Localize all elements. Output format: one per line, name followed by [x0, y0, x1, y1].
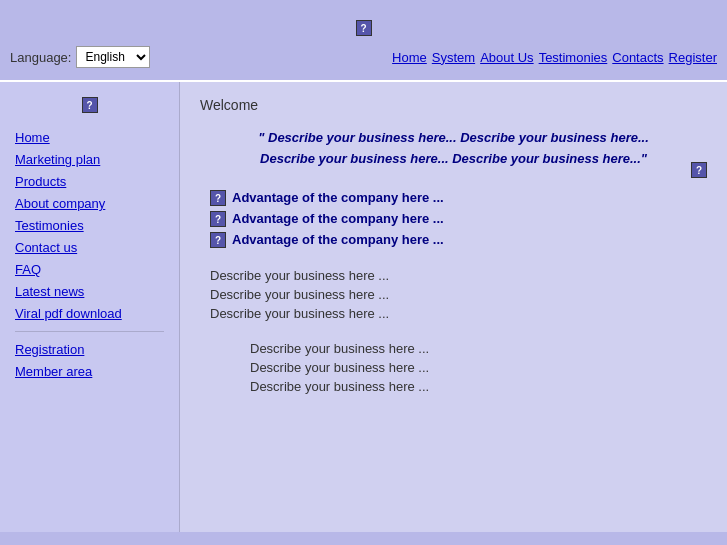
welcome-title: Welcome: [200, 97, 707, 113]
content-side-icon: ?: [691, 162, 707, 178]
nav-testimonies[interactable]: Testimonies: [539, 50, 608, 65]
advantage-text-3: Advantage of the company here ...: [232, 232, 444, 247]
language-bar: Language: English French Spanish German …: [0, 41, 727, 73]
sidebar-item-testimonies[interactable]: Testimonies: [15, 216, 164, 235]
sidebar-item-latest-news[interactable]: Latest news: [15, 282, 164, 301]
business-line-1: Describe your business here ...: [210, 268, 707, 283]
advantage-item-2: ? Advantage of the company here ...: [210, 211, 707, 227]
content: ? Welcome " Describe your business here.…: [180, 82, 727, 532]
business-line-2: Describe your business here ...: [210, 287, 707, 302]
logo-icon: ?: [356, 20, 372, 36]
main-layout: ? Home Marketing plan Products About com…: [0, 82, 727, 532]
business-line-indented-3: Describe your business here ...: [250, 379, 707, 394]
business-line-indented-1: Describe your business here ...: [250, 341, 707, 356]
advantage-text-1: Advantage of the company here ...: [232, 190, 444, 205]
advantage-icon-3: ?: [210, 232, 226, 248]
nav-contacts[interactable]: Contacts: [612, 50, 663, 65]
sidebar-item-registration[interactable]: Registration: [15, 340, 164, 359]
sidebar-item-about-company[interactable]: About company: [15, 194, 164, 213]
business-line-3: Describe your business here ...: [210, 306, 707, 321]
header: ? Language: English French Spanish Germa…: [0, 0, 727, 80]
content-icon-img: ?: [691, 162, 707, 178]
advantage-text-2: Advantage of the company here ...: [232, 211, 444, 226]
sidebar-item-contact-us[interactable]: Contact us: [15, 238, 164, 257]
advantage-item-3: ? Advantage of the company here ...: [210, 232, 707, 248]
advantage-icon-1: ?: [210, 190, 226, 206]
sidebar-divider: [15, 331, 164, 332]
business-lines: Describe your business here ... Describe…: [210, 268, 707, 321]
advantages-list: ? Advantage of the company here ... ? Ad…: [210, 190, 707, 248]
sidebar-item-products[interactable]: Products: [15, 172, 164, 191]
business-line-indented-2: Describe your business here ...: [250, 360, 707, 375]
nav-about-us[interactable]: About Us: [480, 50, 533, 65]
logo-area: ?: [0, 10, 727, 41]
language-selector: Language: English French Spanish German: [10, 46, 150, 68]
sidebar-item-home[interactable]: Home: [15, 128, 164, 147]
business-quote: " Describe your business here... Describ…: [230, 128, 677, 170]
nav-register[interactable]: Register: [669, 50, 717, 65]
sidebar-nav: Home Marketing plan Products About compa…: [5, 123, 174, 386]
advantage-icon-2: ?: [210, 211, 226, 227]
language-select[interactable]: English French Spanish German: [76, 46, 150, 68]
nav-system[interactable]: System: [432, 50, 475, 65]
language-label: Language:: [10, 50, 71, 65]
sidebar-icon: ?: [82, 97, 98, 113]
business-lines-indented: Describe your business here ... Describe…: [250, 341, 707, 394]
sidebar: ? Home Marketing plan Products About com…: [0, 82, 180, 532]
sidebar-item-marketing-plan[interactable]: Marketing plan: [15, 150, 164, 169]
nav-menu: Home System About Us Testimonies Contact…: [392, 50, 717, 65]
sidebar-item-viral-pdf[interactable]: Viral pdf download: [15, 304, 164, 323]
advantage-item-1: ? Advantage of the company here ...: [210, 190, 707, 206]
sidebar-icon-area: ?: [5, 92, 174, 123]
sidebar-item-member-area[interactable]: Member area: [15, 362, 164, 381]
sidebar-item-faq[interactable]: FAQ: [15, 260, 164, 279]
nav-home[interactable]: Home: [392, 50, 427, 65]
